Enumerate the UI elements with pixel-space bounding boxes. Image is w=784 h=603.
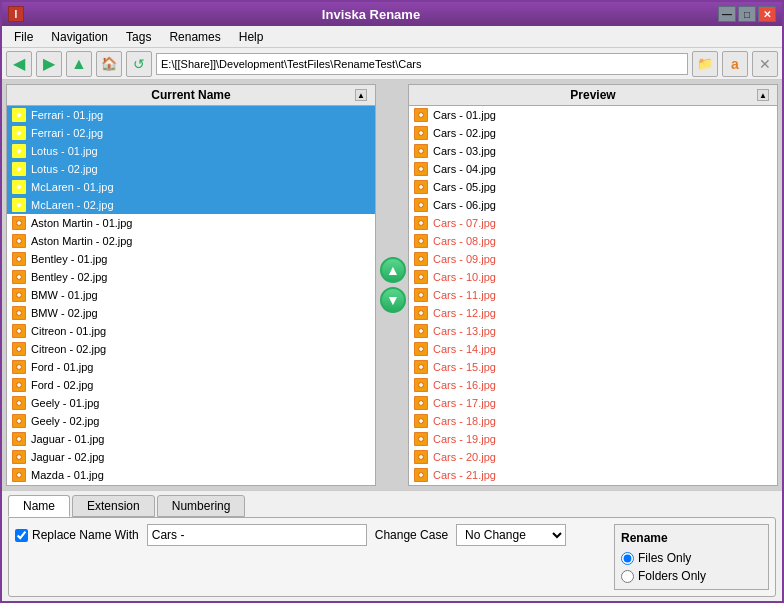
menu-navigation[interactable]: Navigation xyxy=(43,28,116,46)
right-file-item[interactable]: Cars - 15.jpg xyxy=(409,358,777,376)
home-button[interactable]: 🏠 xyxy=(96,51,122,77)
right-file-item[interactable]: Cars - 08.jpg xyxy=(409,232,777,250)
tab-name[interactable]: Name xyxy=(8,495,70,517)
left-scroll-indicator[interactable]: ▲ xyxy=(355,89,367,101)
file-name: Cars - 14.jpg xyxy=(433,343,496,355)
right-file-item[interactable]: Cars - 03.jpg xyxy=(409,142,777,160)
left-file-item[interactable]: Bentley - 02.jpg xyxy=(7,268,375,286)
left-file-item[interactable]: BMW - 01.jpg xyxy=(7,286,375,304)
move-up-button[interactable]: ▲ xyxy=(380,257,406,283)
replace-name-checkbox[interactable] xyxy=(15,529,28,542)
left-file-item[interactable]: Citreon - 02.jpg xyxy=(7,340,375,358)
settings-button[interactable]: ✕ xyxy=(752,51,778,77)
left-file-item[interactable]: Citreon - 01.jpg xyxy=(7,322,375,340)
file-name: Cars - 13.jpg xyxy=(433,325,496,337)
up-button[interactable]: ▲ xyxy=(66,51,92,77)
right-scroll-indicator[interactable]: ▲ xyxy=(757,89,769,101)
right-file-item[interactable]: Cars - 16.jpg xyxy=(409,376,777,394)
right-file-item[interactable]: Cars - 10.jpg xyxy=(409,268,777,286)
left-file-item[interactable]: McLaren - 01.jpg xyxy=(7,178,375,196)
move-down-button[interactable]: ▼ xyxy=(380,287,406,313)
left-file-item[interactable]: Ford - 01.jpg xyxy=(7,358,375,376)
menu-renames[interactable]: Renames xyxy=(161,28,228,46)
left-file-item[interactable]: Ferrari - 02.jpg xyxy=(7,124,375,142)
folders-only-radio[interactable] xyxy=(621,570,634,583)
left-file-item[interactable]: Jaguar - 01.jpg xyxy=(7,430,375,448)
menu-help[interactable]: Help xyxy=(231,28,272,46)
left-file-item[interactable]: Lotus - 01.jpg xyxy=(7,142,375,160)
left-file-item[interactable]: Mazda - 01.jpg xyxy=(7,466,375,484)
right-file-item[interactable]: Cars - 13.jpg xyxy=(409,322,777,340)
file-icon xyxy=(11,161,27,177)
left-file-item[interactable]: Bentley - 01.jpg xyxy=(7,250,375,268)
amazon-button[interactable]: a xyxy=(722,51,748,77)
right-file-item[interactable]: Cars - 14.jpg xyxy=(409,340,777,358)
right-panel: Preview ▲ Cars - 01.jpg Cars - 02.jpg xyxy=(408,84,778,486)
left-file-item[interactable]: BMW - 02.jpg xyxy=(7,304,375,322)
right-file-item[interactable]: Cars - 19.jpg xyxy=(409,430,777,448)
right-file-item[interactable]: Cars - 21.jpg xyxy=(409,466,777,484)
left-file-item[interactable]: Lotus - 02.jpg xyxy=(7,160,375,178)
left-file-item[interactable]: Mazda - 02.jpg xyxy=(7,484,375,485)
right-file-item[interactable]: Cars - 12.jpg xyxy=(409,304,777,322)
file-name: Jaguar - 01.jpg xyxy=(31,433,104,445)
left-file-item[interactable]: Aston Martin - 02.jpg xyxy=(7,232,375,250)
file-name: Aston Martin - 01.jpg xyxy=(31,217,133,229)
left-file-item[interactable]: Geely - 01.jpg xyxy=(7,394,375,412)
menu-file[interactable]: File xyxy=(6,28,41,46)
file-icon xyxy=(11,287,27,303)
right-file-item[interactable]: Cars - 20.jpg xyxy=(409,448,777,466)
file-icon xyxy=(413,251,429,267)
rename-panel-title: Rename xyxy=(621,531,762,545)
left-file-item[interactable]: Aston Martin - 01.jpg xyxy=(7,214,375,232)
right-file-item[interactable]: Cars - 04.jpg xyxy=(409,160,777,178)
window-title: Inviska Rename xyxy=(24,7,718,22)
file-name: Ferrari - 02.jpg xyxy=(31,127,103,139)
file-icon xyxy=(413,305,429,321)
back-button[interactable]: ◀ xyxy=(6,51,32,77)
right-file-item[interactable]: Cars - 22.jpg xyxy=(409,484,777,485)
path-input[interactable] xyxy=(156,53,688,75)
left-file-item[interactable]: Geely - 02.jpg xyxy=(7,412,375,430)
file-name: Cars - 01.jpg xyxy=(433,109,496,121)
file-icon xyxy=(413,143,429,159)
replace-name-input[interactable] xyxy=(147,524,367,546)
right-file-item[interactable]: Cars - 02.jpg xyxy=(409,124,777,142)
left-file-item[interactable]: Jaguar - 02.jpg xyxy=(7,448,375,466)
left-file-item[interactable]: Ford - 02.jpg xyxy=(7,376,375,394)
file-name: Cars - 08.jpg xyxy=(433,235,496,247)
file-name: Cars - 18.jpg xyxy=(433,415,496,427)
browse-button[interactable]: 📁 xyxy=(692,51,718,77)
menu-tags[interactable]: Tags xyxy=(118,28,159,46)
refresh-button[interactable]: ↺ xyxy=(126,51,152,77)
right-file-item[interactable]: Cars - 18.jpg xyxy=(409,412,777,430)
file-name: Cars - 12.jpg xyxy=(433,307,496,319)
right-file-item[interactable]: Cars - 01.jpg xyxy=(409,106,777,124)
change-case-select[interactable]: No Change All Uppercase All Lowercase Ti… xyxy=(456,524,566,546)
file-icon xyxy=(11,413,27,429)
forward-button[interactable]: ▶ xyxy=(36,51,62,77)
tab-numbering[interactable]: Numbering xyxy=(157,495,246,517)
files-only-radio[interactable] xyxy=(621,552,634,565)
right-file-item[interactable]: Cars - 17.jpg xyxy=(409,394,777,412)
files-only-label[interactable]: Files Only xyxy=(621,551,762,565)
minimize-button[interactable]: — xyxy=(718,6,736,22)
window-controls: — □ ✕ xyxy=(718,6,776,22)
file-name: BMW - 01.jpg xyxy=(31,289,98,301)
left-file-item[interactable]: Ferrari - 01.jpg xyxy=(7,106,375,124)
close-button[interactable]: ✕ xyxy=(758,6,776,22)
right-file-item[interactable]: Cars - 11.jpg xyxy=(409,286,777,304)
right-file-item[interactable]: Cars - 09.jpg xyxy=(409,250,777,268)
left-file-item[interactable]: McLaren - 02.jpg xyxy=(7,196,375,214)
right-file-item[interactable]: Cars - 07.jpg xyxy=(409,214,777,232)
main-window: I Inviska Rename — □ ✕ File Navigation T… xyxy=(0,0,784,603)
maximize-button[interactable]: □ xyxy=(738,6,756,22)
replace-name-checkbox-label[interactable]: Replace Name With xyxy=(15,528,139,542)
file-icon xyxy=(11,233,27,249)
right-file-item[interactable]: Cars - 05.jpg xyxy=(409,178,777,196)
right-file-item[interactable]: Cars - 06.jpg xyxy=(409,196,777,214)
tab-extension[interactable]: Extension xyxy=(72,495,155,517)
folders-only-label[interactable]: Folders Only xyxy=(621,569,762,583)
file-icon xyxy=(11,323,27,339)
file-icon xyxy=(413,395,429,411)
